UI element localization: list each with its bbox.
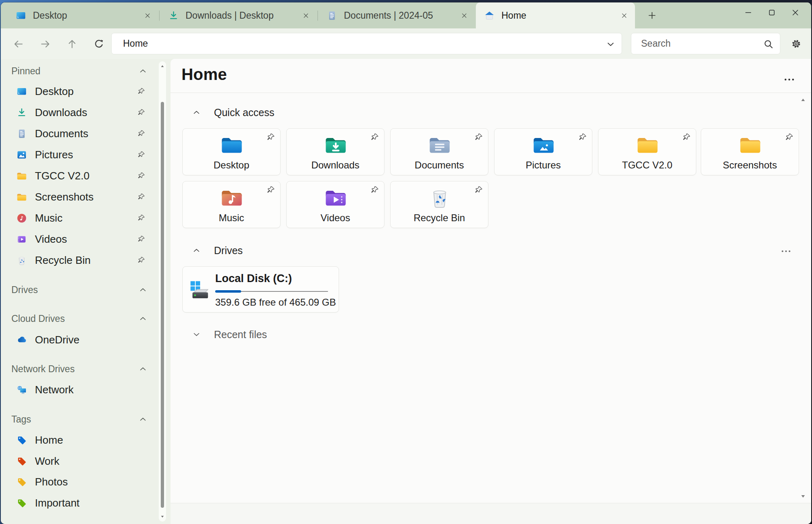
drive-name: Local Disk (C:) xyxy=(215,272,292,285)
pin-icon[interactable] xyxy=(137,214,145,222)
chevron-up-icon[interactable] xyxy=(192,246,201,254)
quick-access-card-music[interactable]: Music xyxy=(182,181,281,228)
quick-access-header[interactable]: Quick access xyxy=(171,104,274,121)
sidebar-section-drives[interactable]: Drives xyxy=(1,282,158,298)
pin-icon[interactable] xyxy=(682,133,691,142)
scrollbar-thumb[interactable] xyxy=(161,102,164,508)
chevron-up-icon[interactable] xyxy=(192,108,201,116)
sidebar-item-screenshots[interactable]: Screenshots xyxy=(3,186,156,207)
chevron-up-icon[interactable] xyxy=(139,315,147,323)
scroll-up-icon[interactable] xyxy=(800,97,806,103)
address-dropdown-button[interactable] xyxy=(604,37,618,51)
sidebar-item-tag-home[interactable]: Home xyxy=(3,429,156,451)
section-label: Network Drives xyxy=(11,364,75,375)
tab-desktop[interactable]: Desktop xyxy=(7,2,158,28)
sidebar-item-tgcc[interactable]: TGCC V2.0 xyxy=(3,165,156,186)
page-title: Home xyxy=(181,65,227,84)
refresh-button[interactable] xyxy=(90,35,107,52)
quick-access-card-documents[interactable]: Documents xyxy=(390,128,488,175)
sidebar-item-desktop[interactable]: Desktop xyxy=(3,81,156,102)
sidebar-item-network[interactable]: Network xyxy=(3,379,156,400)
sidebar-item-label: Home xyxy=(35,434,63,446)
section-label: Recent files xyxy=(214,329,267,341)
address-input[interactable] xyxy=(112,38,587,49)
sidebar-section-cloud-drives[interactable]: Cloud Drives xyxy=(1,311,158,327)
quick-access-card-screenshots[interactable]: Screenshots xyxy=(701,128,799,175)
folder-icon xyxy=(16,170,27,181)
settings-button[interactable] xyxy=(788,35,805,52)
pin-icon[interactable] xyxy=(137,172,145,180)
scroll-down-icon[interactable] xyxy=(800,493,806,500)
quick-access-card-recycle-bin[interactable]: Recycle Bin xyxy=(390,181,488,228)
pin-icon[interactable] xyxy=(266,133,275,142)
sidebar-item-label: Network xyxy=(35,384,73,396)
recycle-bin-icon xyxy=(16,255,27,266)
close-icon[interactable] xyxy=(621,12,628,19)
close-icon[interactable] xyxy=(144,12,151,19)
sidebar-section-tags[interactable]: Tags xyxy=(1,411,158,427)
quick-access-card-videos[interactable]: Videos xyxy=(286,181,384,228)
sidebar-section-pinned[interactable]: Pinned xyxy=(1,63,158,79)
pin-icon[interactable] xyxy=(370,133,379,142)
sidebar-section-network-drives[interactable]: Network Drives xyxy=(1,361,158,377)
card-label: Pictures xyxy=(495,160,592,171)
see-more-button[interactable] xyxy=(780,73,799,86)
chevron-up-icon[interactable] xyxy=(139,365,147,373)
sidebar-item-pictures[interactable]: Pictures xyxy=(3,144,156,165)
quick-access-card-pictures[interactable]: Pictures xyxy=(494,128,592,175)
drive-card-local-disk-c[interactable]: Local Disk (C:) 359.6 GB free of 465.09 … xyxy=(182,266,339,313)
quick-access-card-tgcc[interactable]: TGCC V2.0 xyxy=(598,128,696,175)
drives-see-more-button[interactable] xyxy=(776,245,796,258)
pin-icon[interactable] xyxy=(137,235,145,243)
tab-home-active[interactable]: Home xyxy=(476,2,635,28)
chevron-up-icon[interactable] xyxy=(139,286,147,294)
drives-header[interactable]: Drives xyxy=(171,242,243,259)
pin-icon[interactable] xyxy=(578,133,587,142)
pin-icon[interactable] xyxy=(474,133,483,142)
new-tab-button[interactable] xyxy=(645,8,659,23)
forward-button[interactable] xyxy=(37,35,54,52)
chevron-up-icon[interactable] xyxy=(139,67,147,75)
tab-downloads[interactable]: Downloads | Desktop xyxy=(160,2,317,28)
pictures-icon xyxy=(16,149,27,160)
pin-icon[interactable] xyxy=(266,185,275,194)
sidebar-item-music[interactable]: Music xyxy=(3,207,156,229)
sidebar-item-tag-photos[interactable]: Photos xyxy=(3,471,156,492)
scroll-down-icon[interactable] xyxy=(160,514,165,519)
tab-documents[interactable]: Documents | 2024-05 xyxy=(318,2,475,28)
close-icon[interactable] xyxy=(461,12,468,19)
pin-icon[interactable] xyxy=(137,87,145,95)
up-button[interactable] xyxy=(63,35,80,52)
back-button[interactable] xyxy=(10,35,27,52)
sidebar-scrollbar[interactable] xyxy=(159,61,166,522)
sidebar-item-onedrive[interactable]: OneDrive xyxy=(3,329,156,350)
chevron-down-icon[interactable] xyxy=(192,330,201,339)
sidebar-item-tag-important[interactable]: Important xyxy=(3,492,156,513)
pin-icon[interactable] xyxy=(785,133,794,142)
sidebar-item-downloads[interactable]: Downloads xyxy=(3,102,156,123)
pin-icon[interactable] xyxy=(137,151,145,159)
search-input[interactable] xyxy=(631,38,749,49)
sidebar-item-tag-work[interactable]: Work xyxy=(3,451,156,472)
pin-icon[interactable] xyxy=(137,256,145,264)
pin-icon[interactable] xyxy=(474,185,483,194)
chevron-up-icon[interactable] xyxy=(139,415,147,423)
pin-icon[interactable] xyxy=(137,108,145,116)
close-window-button[interactable] xyxy=(784,3,807,22)
maximize-button[interactable] xyxy=(760,3,784,22)
pin-icon[interactable] xyxy=(137,193,145,201)
tag-icon xyxy=(16,435,27,446)
scroll-up-icon[interactable] xyxy=(160,64,165,69)
sidebar-item-videos[interactable]: Videos xyxy=(3,229,156,250)
sidebar-item-recycle-bin[interactable]: Recycle Bin xyxy=(3,250,156,271)
pin-icon[interactable] xyxy=(370,185,379,194)
close-icon[interactable] xyxy=(302,12,309,19)
folder-download-icon xyxy=(324,133,348,157)
sidebar-item-documents[interactable]: Documents xyxy=(3,123,156,144)
quick-access-card-downloads[interactable]: Downloads xyxy=(286,128,384,175)
pin-icon[interactable] xyxy=(137,129,145,138)
recent-files-header[interactable]: Recent files xyxy=(171,326,267,343)
quick-access-card-desktop[interactable]: Desktop xyxy=(182,128,281,175)
tab-separator xyxy=(159,11,160,21)
minimize-button[interactable] xyxy=(736,3,760,22)
